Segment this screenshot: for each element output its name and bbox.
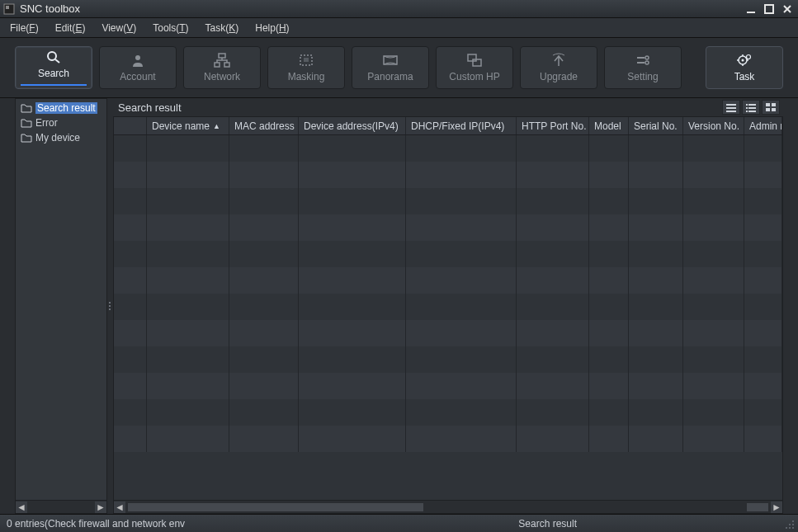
- col-serial[interactable]: Serial No.: [629, 117, 683, 134]
- svg-rect-27: [748, 111, 756, 112]
- statusbar: 0 entries(Check firewall and network env…: [0, 514, 798, 532]
- toolbar-network[interactable]: Network: [183, 46, 261, 89]
- table-row: [114, 426, 782, 452]
- titlebar: SNC toolbox: [0, 0, 798, 18]
- toolbar-network-label: Network: [204, 71, 240, 82]
- svg-rect-13: [473, 59, 481, 66]
- toolbar-customhp[interactable]: Custom HP: [436, 46, 513, 89]
- scroll-right-icon[interactable]: ►: [771, 501, 782, 513]
- close-button[interactable]: [780, 2, 795, 16]
- svg-point-37: [792, 527, 794, 529]
- col-port[interactable]: HTTP Port No.: [517, 117, 589, 134]
- svg-rect-20: [726, 107, 736, 109]
- table-row: [114, 399, 782, 426]
- window-title: SNC toolbox: [20, 2, 744, 15]
- maximize-button[interactable]: [762, 2, 777, 16]
- customhp-icon: [466, 53, 483, 68]
- col-version[interactable]: Version No.: [683, 117, 744, 134]
- scroll-thumb[interactable]: [127, 502, 424, 512]
- svg-rect-2: [747, 12, 755, 13]
- svg-rect-30: [766, 108, 770, 111]
- svg-rect-29: [772, 103, 776, 106]
- sidebar: Search result Error My device ◄ ►: [15, 98, 107, 514]
- svg-rect-8: [224, 63, 229, 67]
- toolbar: Search Account Network Masking Panorama …: [0, 38, 798, 98]
- toolbar-task[interactable]: Task: [706, 46, 783, 89]
- menu-tools[interactable]: Tools(T): [149, 21, 191, 35]
- content: Search result Error My device ◄ ► Search…: [0, 98, 798, 514]
- status-right: Search result: [518, 518, 791, 530]
- account-icon: [130, 53, 146, 68]
- tree-item-my-device[interactable]: My device: [16, 130, 106, 145]
- svg-rect-21: [726, 111, 736, 112]
- toolbar-panorama[interactable]: Panorama: [352, 46, 429, 89]
- svg-rect-23: [748, 104, 756, 106]
- scroll-left-icon[interactable]: ◄: [16, 501, 27, 513]
- tree-item-search-result[interactable]: Search result: [16, 101, 106, 115]
- menu-file[interactable]: File(F): [7, 21, 42, 35]
- col-device-name[interactable]: Device name: [147, 117, 229, 134]
- toolbar-search-label: Search: [38, 68, 69, 79]
- app-icon: [3, 3, 15, 15]
- toolbar-masking-label: Masking: [288, 71, 325, 82]
- toolbar-search[interactable]: Search: [15, 46, 92, 89]
- col-ipv4[interactable]: Device address(IPv4): [299, 117, 406, 134]
- col-admin[interactable]: Admin na: [744, 117, 782, 134]
- svg-point-18: [747, 55, 751, 59]
- table-row: [114, 214, 782, 241]
- scroll-thumb-end[interactable]: [746, 502, 769, 512]
- svg-point-36: [789, 527, 791, 529]
- table: Device name MAC address Device address(I…: [113, 116, 783, 514]
- toolbar-upgrade[interactable]: Upgrade: [520, 46, 597, 89]
- menu-task[interactable]: Task(K): [202, 21, 243, 35]
- tree: Search result Error My device: [16, 99, 106, 500]
- svg-rect-7: [215, 63, 220, 67]
- table-row: [114, 320, 782, 346]
- menu-edit[interactable]: Edit(E): [52, 21, 89, 35]
- status-left: 0 entries(Check firewall and network env: [7, 518, 518, 530]
- resize-grip-icon[interactable]: [785, 520, 795, 530]
- table-row: [114, 135, 782, 162]
- svg-rect-1: [6, 6, 9, 9]
- svg-rect-19: [726, 104, 736, 106]
- sidebar-hscroll[interactable]: ◄ ►: [16, 500, 106, 513]
- menu-view[interactable]: View(V): [98, 21, 139, 35]
- menu-help[interactable]: Help(H): [252, 21, 292, 35]
- col-dhcp[interactable]: DHCP/Fixed IP(IPv4): [406, 117, 517, 134]
- main-title: Search result: [118, 101, 722, 114]
- svg-rect-6: [219, 54, 225, 58]
- view-grid-button[interactable]: [762, 100, 780, 115]
- setting-icon: [635, 53, 651, 68]
- table-row: [114, 267, 782, 294]
- scroll-left-icon[interactable]: ◄: [114, 501, 125, 513]
- svg-point-33: [789, 524, 791, 525]
- svg-rect-25: [748, 107, 756, 109]
- search-icon: [45, 49, 62, 64]
- upgrade-icon: [550, 53, 567, 68]
- col-model[interactable]: Model: [589, 117, 629, 134]
- svg-point-35: [786, 527, 787, 529]
- svg-rect-10: [304, 58, 309, 62]
- toolbar-masking[interactable]: Masking: [267, 46, 345, 89]
- menubar: File(F) Edit(E) View(V) Tools(T) Task(K)…: [0, 18, 798, 38]
- panorama-icon: [382, 53, 399, 68]
- tree-item-error[interactable]: Error: [16, 115, 106, 130]
- main-hscroll[interactable]: ◄ ►: [114, 500, 782, 513]
- toolbar-account[interactable]: Account: [99, 46, 177, 89]
- toolbar-setting-label: Setting: [627, 71, 658, 82]
- col-mac[interactable]: MAC address: [229, 117, 299, 134]
- view-large-button[interactable]: [722, 100, 740, 115]
- toolbar-upgrade-label: Upgrade: [540, 71, 578, 82]
- minimize-button[interactable]: [744, 2, 758, 16]
- svg-point-34: [792, 524, 794, 525]
- svg-point-17: [742, 59, 744, 62]
- col-blank[interactable]: [114, 117, 147, 134]
- table-row: [114, 294, 782, 320]
- view-list-button[interactable]: [742, 100, 760, 115]
- toolbar-setting[interactable]: Setting: [604, 46, 682, 89]
- table-row: [114, 346, 782, 373]
- splitter-handle[interactable]: [107, 98, 111, 514]
- folder-icon: [21, 118, 32, 128]
- svg-rect-12: [468, 54, 476, 61]
- scroll-right-icon[interactable]: ►: [95, 501, 106, 513]
